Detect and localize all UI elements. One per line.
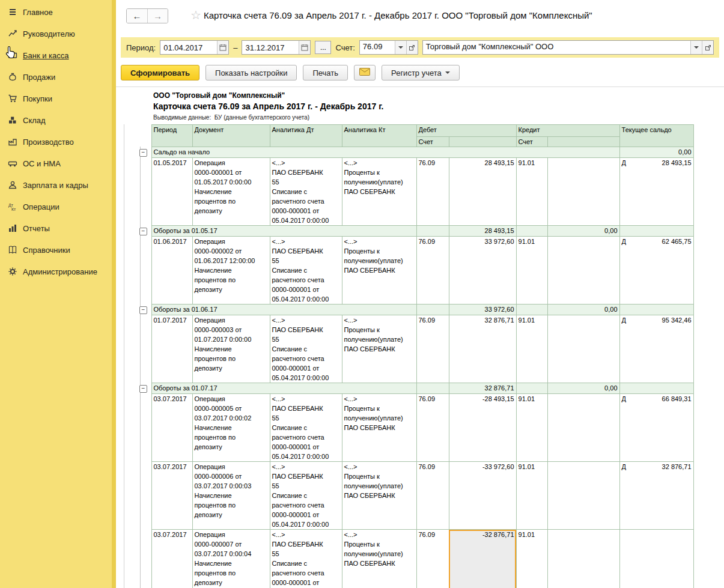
sidebar-item-payroll-hr[interactable]: Зарплата и кадры — [0, 174, 116, 196]
cell-balance[interactable]: Д28 493,15 — [619, 158, 693, 226]
cell-credit-account[interactable]: 91.01 — [516, 158, 547, 226]
email-button[interactable] — [354, 65, 376, 80]
cell-analytics-kt[interactable]: <...> Проценты к получению(уплате) ПАО С… — [342, 530, 416, 588]
cell-debit-amount[interactable]: -33 972,60 — [449, 462, 516, 530]
open-icon[interactable] — [406, 41, 418, 54]
collapse-icon[interactable]: − — [139, 228, 147, 235]
report-toolbar: Сформировать Показать настройки Печать Р… — [121, 65, 719, 80]
cell-document[interactable]: Операция 0000-000005 от 03.07.2017 0:00:… — [192, 394, 270, 462]
forward-button[interactable]: → — [147, 9, 168, 23]
cell-period[interactable]: 03.07.2017 — [151, 530, 192, 588]
sidebar-item-bank-cash[interactable]: Банк и касса — [0, 44, 116, 66]
calendar-icon[interactable] — [299, 41, 310, 54]
cell-analytics-kt[interactable]: <...> Проценты к получению(уплате) ПАО С… — [342, 315, 416, 383]
print-button[interactable]: Печать — [303, 65, 348, 80]
period-to-input[interactable] — [242, 41, 299, 54]
show-settings-button[interactable]: Показать настройки — [205, 65, 297, 80]
cell-debit-amount[interactable]: 32 876,71 — [449, 315, 516, 383]
sidebar-item-operations[interactable]: ДтКт Операции — [0, 196, 116, 217]
account-value[interactable]: 76.09 — [360, 41, 395, 54]
sidebar: Главное Руководителю Банк и касса Продаж… — [0, 0, 116, 588]
chevron-down-icon — [445, 71, 450, 74]
sidebar-item-label: Отчеты — [23, 224, 50, 233]
cell-credit-amount[interactable] — [547, 462, 619, 530]
period-from-input[interactable] — [160, 41, 217, 54]
cell-credit-account[interactable]: 91.01 — [516, 394, 547, 462]
generate-button[interactable]: Сформировать — [121, 65, 199, 80]
cell-credit-amount[interactable] — [547, 530, 619, 588]
cell-debit-account[interactable]: 76.09 — [416, 394, 449, 462]
collapse-icon[interactable]: − — [139, 306, 147, 314]
sidebar-item-purchases[interactable]: Покупки — [0, 88, 116, 109]
cell-document[interactable]: Операция 0000-000001 от 01.05.2017 0:00:… — [192, 158, 270, 226]
cell-debit-account[interactable]: 76.09 — [416, 237, 449, 305]
cell-balance[interactable] — [619, 530, 693, 588]
collapse-icon[interactable]: − — [139, 385, 147, 393]
cell-analytics-kt[interactable]: <...> Проценты к получению(уплате) ПАО С… — [342, 158, 416, 226]
cell-analytics-kt[interactable]: <...> Проценты к получению(уплате) ПАО С… — [342, 237, 416, 305]
report-row: 03.07.2017 Операция 0000-000005 от 03.07… — [120, 394, 693, 462]
sidebar-item-manager[interactable]: Руководителю — [0, 23, 116, 44]
sidebar-item-production[interactable]: Производство — [0, 131, 116, 153]
sidebar-item-reports[interactable]: Отчеты — [0, 217, 116, 239]
sidebar-item-catalogs[interactable]: Справочники — [0, 239, 116, 261]
cell-credit-amount[interactable] — [547, 237, 619, 305]
cell-analytics-kt[interactable]: <...> Проценты к получению(уплате) ПАО С… — [342, 394, 416, 462]
sidebar-item-sales[interactable]: Продажи — [0, 66, 116, 88]
cell-analytics-dt[interactable]: <...> ПАО СБЕРБАНК 55 Списание с расчетн… — [270, 462, 342, 530]
sidebar-item-administration[interactable]: Администрирование — [0, 261, 116, 282]
person-icon — [7, 180, 17, 190]
cell-debit-amount-selected[interactable]: -32 876,71 — [449, 530, 516, 588]
cell-period[interactable]: 03.07.2017 — [151, 462, 192, 530]
cell-debit-amount[interactable]: 28 493,15 — [449, 158, 516, 226]
more-periods-button[interactable]: ... — [315, 41, 331, 54]
cell-analytics-dt[interactable]: <...> ПАО СБЕРБАНК 55 Списание с расчетн… — [270, 158, 342, 226]
open-icon[interactable] — [702, 41, 713, 54]
cell-credit-amount[interactable] — [547, 158, 619, 226]
cell-credit-account[interactable]: 91.01 — [516, 237, 547, 305]
cell-analytics-kt[interactable]: <...> Проценты к получению(уплате) ПАО С… — [342, 462, 416, 530]
cell-debit-account[interactable]: 76.09 — [416, 462, 449, 530]
cell-balance[interactable]: Д62 465,75 — [619, 237, 693, 305]
sidebar-item-warehouse[interactable]: Склад — [0, 109, 116, 131]
cell-debit-amount[interactable]: 33 972,60 — [449, 237, 516, 305]
cell-document[interactable]: Операция 0000-000002 от 01.06.2017 12:00… — [192, 237, 270, 305]
cell-balance[interactable]: Д32 876,71 — [619, 462, 693, 530]
organization-value[interactable]: Торговый дом "Комплексный" ООО — [423, 41, 690, 54]
cell-period[interactable]: 03.07.2017 — [151, 394, 192, 462]
chevron-down-icon[interactable] — [690, 41, 702, 54]
register-menu-button[interactable]: Регистр учета — [382, 65, 460, 80]
sidebar-item-fixed-assets[interactable]: ОС и НМА — [0, 153, 116, 174]
cell-period[interactable]: 01.06.2017 — [151, 237, 192, 305]
cell-credit-amount[interactable] — [547, 394, 619, 462]
cell-credit-account[interactable]: 91.01 — [516, 530, 547, 588]
cell-credit-amount[interactable] — [547, 315, 619, 383]
sidebar-item-main[interactable]: Главное — [0, 1, 116, 23]
group-label: Обороты за 01.05.17 — [151, 226, 416, 237]
cell-analytics-dt[interactable]: <...> ПАО СБЕРБАНК 55 Списание с расчетн… — [270, 394, 342, 462]
calendar-icon[interactable] — [217, 41, 228, 54]
cell-debit-amount[interactable]: -28 493,15 — [449, 394, 516, 462]
chevron-down-icon[interactable] — [395, 41, 406, 54]
cell-credit-account[interactable]: 91.01 — [516, 315, 547, 383]
report-area: ООО "Торговый дом "Комплексный" Карточка… — [116, 86, 724, 588]
favorite-star-icon[interactable]: ☆ — [187, 7, 205, 23]
cell-analytics-dt[interactable]: <...> ПАО СБЕРБАНК 55 Списание с расчетн… — [270, 530, 342, 588]
back-button[interactable]: ← — [127, 9, 147, 23]
cell-balance[interactable]: Д95 342,46 — [619, 315, 693, 383]
cell-debit-account[interactable]: 76.09 — [416, 530, 449, 588]
col-analytics-dt: Аналитика Дт — [270, 125, 342, 147]
cell-document[interactable]: Операция 0000-000006 от 03.07.2017 0:00:… — [192, 462, 270, 530]
cell-document[interactable]: Операция 0000-000003 от 01.07.2017 0:00:… — [192, 315, 270, 383]
cell-credit-account[interactable]: 91.01 — [516, 462, 547, 530]
collapse-icon[interactable]: − — [139, 149, 147, 157]
cell-analytics-dt[interactable]: <...> ПАО СБЕРБАНК 55 Списание с расчетн… — [270, 315, 342, 383]
cell-period[interactable]: 01.05.2017 — [151, 158, 192, 226]
cell-document[interactable]: Операция 0000-000007 от 03.07.2017 0:00:… — [192, 530, 270, 588]
cell-period[interactable]: 01.07.2017 — [151, 315, 192, 383]
col-period: Период — [151, 125, 192, 147]
cell-balance[interactable]: Д66 849,31 — [619, 394, 693, 462]
cell-debit-account[interactable]: 76.09 — [416, 315, 449, 383]
cell-debit-account[interactable]: 76.09 — [416, 158, 449, 226]
cell-analytics-dt[interactable]: <...> ПАО СБЕРБАНК 55 Списание с расчетн… — [270, 237, 342, 305]
